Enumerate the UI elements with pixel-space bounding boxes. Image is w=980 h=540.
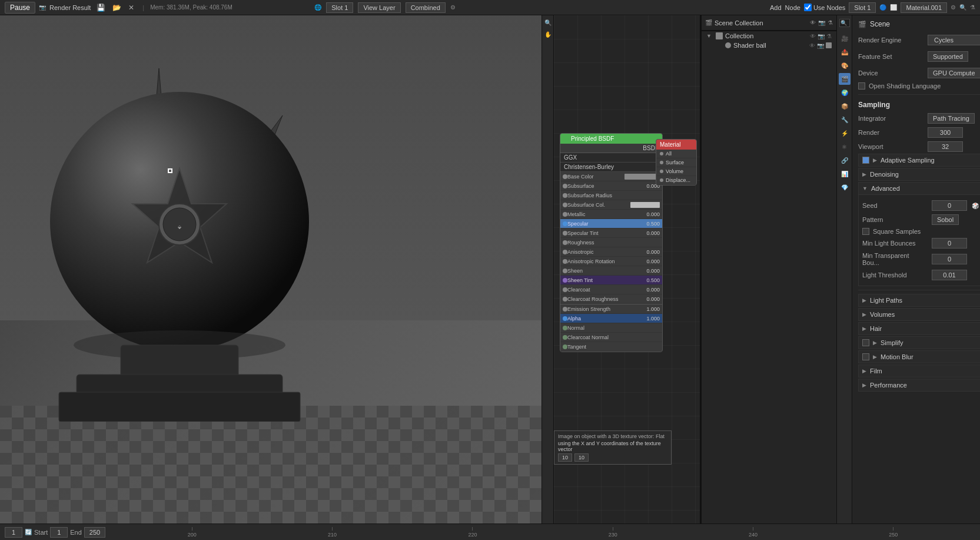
end-value[interactable]: 250	[84, 527, 105, 538]
material-node[interactable]: Material All Surface Volume Displace...	[656, 139, 697, 185]
bsdf-row-clearcoat-roughness[interactable]: Clearcoat Roughness 0.000	[560, 294, 662, 304]
simplify-header[interactable]: ▶ Simplify	[858, 336, 980, 349]
slot-select-button[interactable]: Slot 1	[849, 2, 876, 13]
bsdf-row-emission-strength[interactable]: Emission Strength 1.000	[560, 304, 662, 314]
render-samples-value[interactable]: 300	[928, 127, 963, 138]
collection-row-collection[interactable]: ▼ Collection 👁 📷 ⚗	[702, 31, 836, 41]
bsdf-row-anisotropic[interactable]: Anisotropic 0.000	[560, 247, 662, 257]
use-nodes-checkbox[interactable]	[804, 4, 812, 11]
light-threshold-value[interactable]: 0.01	[932, 270, 967, 280]
timeline-ruler[interactable]: 200 210 220 230 240 250	[110, 524, 975, 540]
prop-icon-physics[interactable]: ⚛	[839, 141, 851, 153]
adaptive-sampling-checkbox[interactable]	[862, 157, 869, 164]
close-render-button[interactable]: ✕	[126, 2, 137, 13]
prop-icon-particles[interactable]: ⚡	[839, 127, 851, 139]
prop-icon-world[interactable]: 🌍	[839, 87, 851, 98]
device-value[interactable]: GPU Compute	[928, 68, 980, 78]
simplify-arrow: ▶	[873, 340, 877, 346]
zoom-icon[interactable]: 🔍	[543, 18, 553, 27]
volumes-header[interactable]: ▶ Volumes	[858, 308, 980, 321]
combined-button[interactable]: Combined	[406, 2, 446, 13]
collection-row-shaderball[interactable]: Shader ball 👁 📷	[702, 41, 836, 50]
light-paths-header[interactable]: ▶ Light Paths +	[858, 294, 980, 307]
advanced-header[interactable]: ▼ Advanced	[858, 182, 980, 195]
simplify-checkbox[interactable]	[862, 339, 869, 346]
coll-eye-icon[interactable]: 👁	[810, 33, 816, 39]
feature-set-value[interactable]: Supported	[928, 51, 968, 62]
hair-header[interactable]: ▶ Hair	[858, 322, 980, 335]
seed-value[interactable]: 0	[932, 200, 967, 211]
prop-icon-object[interactable]: 📦	[839, 100, 851, 112]
prop-icon-constraints[interactable]: 🔗	[839, 154, 851, 166]
bsdf-row-sheen-tint[interactable]: Sheen Tint 0.500	[560, 276, 662, 285]
socket-clearcoat	[563, 287, 567, 292]
render-engine-value[interactable]: Cycles	[928, 35, 980, 45]
collection-toggle[interactable]: ▼	[706, 33, 713, 39]
pattern-value[interactable]: Sobol	[932, 214, 959, 225]
render-viewport[interactable]: ⬙	[0, 15, 542, 524]
bsdf-row-subsurface[interactable]: Subsurface 0.000	[560, 181, 662, 191]
add-button[interactable]: Add	[770, 4, 782, 11]
bsdf-row-specular[interactable]: Specular 0.500	[560, 219, 662, 228]
prop-icon-scene[interactable]: 🎬	[839, 73, 851, 85]
bsdf-row-specular-tint[interactable]: Specular Tint 0.000	[560, 228, 662, 238]
shaderball-render-icon[interactable]: 📷	[817, 42, 824, 49]
start-value[interactable]: 1	[50, 527, 68, 538]
adaptive-sampling-header[interactable]: ▶ Adaptive Sampling	[858, 154, 980, 167]
folder-icon-button[interactable]: 📂	[110, 2, 124, 13]
volumes-arrow: ▶	[862, 312, 866, 317]
bsdf-dropdown-sub[interactable]: Christensen-Burley ▾	[560, 163, 662, 172]
film-header[interactable]: ▶ Film	[858, 365, 980, 377]
sampling-section-header: Sampling +	[858, 98, 980, 111]
icons-eye: 👁	[810, 19, 816, 26]
device-label: Device	[858, 69, 923, 77]
bsdf-row-clearcoat[interactable]: Clearcoat 0.000	[560, 285, 662, 294]
save-icon-button[interactable]: 💾	[94, 2, 108, 13]
prop-icon-data[interactable]: 📊	[839, 168, 851, 180]
prop-icon-view[interactable]: 🎨	[839, 59, 851, 71]
bsdf-row-tangent[interactable]: Tangent	[560, 342, 662, 352]
prop-icon-output[interactable]: 📤	[839, 46, 851, 58]
coll-render-icon[interactable]: 📷	[818, 33, 825, 39]
coll-filter-icon[interactable]: ⚗	[826, 33, 832, 39]
current-frame[interactable]: 1	[5, 527, 22, 538]
bsdf-row-basecolor[interactable]: Base Color	[560, 172, 662, 181]
shaderball-eye-icon[interactable]: 👁	[809, 42, 815, 49]
bsdf-row-subsurface-radius[interactable]: Subsurface Radius	[560, 191, 662, 200]
node-editor-bg[interactable]: Image on object with a 3D texture vector…	[554, 15, 700, 524]
integrator-value[interactable]: Path Tracing	[928, 113, 975, 124]
view-layer-button[interactable]: View Layer	[358, 2, 400, 13]
bsdf-row-subsurface-col[interactable]: Subsurface Col.	[560, 200, 662, 210]
bsdf-row-anisotropic-rotation[interactable]: Anisotropic Rotation 0.000	[560, 257, 662, 266]
prop-search-input[interactable]	[839, 19, 850, 27]
square-samples-checkbox[interactable]	[862, 228, 869, 235]
slot-button[interactable]: Slot 1	[326, 2, 353, 13]
node-button[interactable]: Node	[785, 4, 800, 11]
bsdf-row-roughness[interactable]: Roughness	[560, 238, 662, 247]
min-light-bounces-value[interactable]: 0	[932, 238, 967, 249]
min-transparent-value[interactable]: 0	[932, 254, 967, 264]
motion-blur-checkbox[interactable]	[862, 353, 869, 360]
light-threshold-row: Light Threshold 0.01	[862, 268, 980, 282]
open-sl-checkbox[interactable]	[858, 82, 865, 90]
bsdf-row-alpha[interactable]: Alpha 1.000	[560, 314, 662, 323]
filter-icon[interactable]: ⚗	[828, 19, 833, 26]
prop-icon-render[interactable]: 🎥	[839, 32, 851, 44]
seed-random-icon[interactable]: 🎲	[972, 203, 979, 209]
bsdf-row-metallic[interactable]: Metallic 0.000	[560, 210, 662, 219]
hand-icon[interactable]: ✋	[543, 29, 553, 39]
prop-icon-modifier[interactable]: 🔧	[839, 114, 851, 125]
viewport-samples-value[interactable]: 32	[928, 141, 963, 152]
bsdf-dropdown-dist[interactable]: GGX ▾	[560, 153, 662, 163]
bsdf-row-normal[interactable]: Normal	[560, 323, 662, 333]
denoising-header[interactable]: ▶ Denoising	[858, 168, 980, 181]
prop-icon-material[interactable]: 💎	[839, 181, 851, 193]
refresh-icon[interactable]: 🔄	[25, 529, 32, 535]
bsdf-node[interactable]: Principled BSDF BSDF GGX ▾ Christensen-B…	[560, 133, 663, 352]
min-light-bounces-label: Min Light Bounces	[862, 240, 927, 247]
pause-button[interactable]: Pause	[5, 2, 35, 14]
motion-blur-header[interactable]: ▶ Motion Blur	[858, 350, 980, 363]
performance-header[interactable]: ▶ Performance	[858, 379, 980, 392]
bsdf-row-sheen[interactable]: Sheen 0.000	[560, 266, 662, 276]
bsdf-row-clearcoat-normal[interactable]: Clearcoat Normal	[560, 333, 662, 342]
